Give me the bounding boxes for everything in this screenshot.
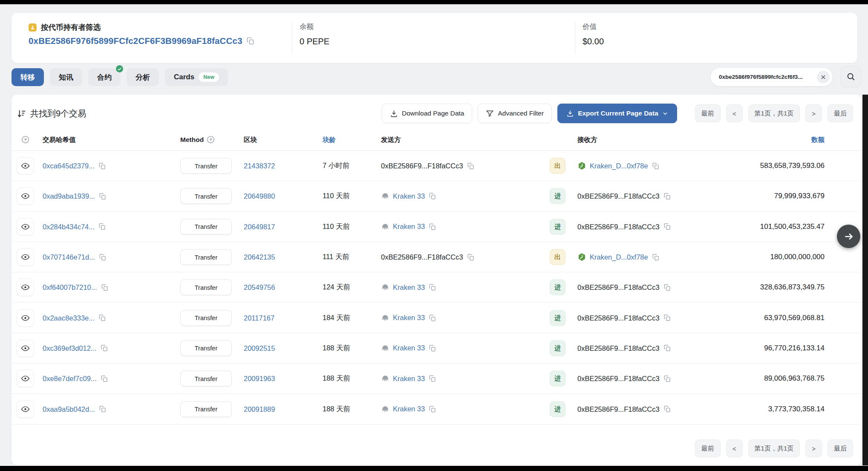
pagination-next-button[interactable]: > [805,104,822,122]
tx-hash-link[interactable]: 0x707146e71d... [43,253,95,261]
copy-icon[interactable] [663,223,671,231]
preview-transaction-button[interactable] [17,400,34,418]
preview-transaction-button[interactable] [17,309,34,327]
method-button[interactable]: Transfer [180,401,232,417]
block-link[interactable]: 20091963 [244,375,275,383]
method-button[interactable]: Transfer [180,219,232,234]
pagination-first-button[interactable]: 最前 [695,439,721,457]
copy-icon[interactable] [663,344,671,352]
from-entity-link[interactable]: Kraken 33 [393,222,425,231]
from-entity-link[interactable]: Kraken 33 [393,405,425,413]
pagination-prev-button[interactable]: < [726,104,743,122]
copy-icon[interactable] [429,223,436,231]
copy-icon[interactable] [101,283,109,291]
copy-icon[interactable] [663,314,671,322]
copy-icon[interactable] [429,344,436,352]
clear-search-button[interactable] [817,71,830,84]
preview-transaction-button[interactable] [17,279,34,296]
right-scrollbar[interactable] [862,95,868,465]
tab-cards[interactable]: Cards New [165,68,228,86]
pagination-last-button[interactable]: 最后 [828,104,853,122]
from-entity-link[interactable]: Kraken 33 [393,344,425,352]
copy-icon[interactable] [246,37,255,45]
search-filter-chip[interactable]: 0xbe2586f976f5899fcfc2cf6f3... [710,67,833,87]
method-button[interactable]: Transfer [180,280,232,295]
copy-icon[interactable] [98,314,106,322]
copy-icon[interactable] [652,253,660,261]
copy-icon[interactable] [99,192,107,200]
to-entity-link[interactable]: Kraken_D...0xf78e [590,253,648,261]
block-link[interactable]: 20117167 [244,314,274,322]
copy-icon[interactable] [101,375,108,382]
block-link[interactable]: 20549756 [244,283,275,292]
block-link[interactable]: 20649817 [244,222,275,231]
download-page-data-button[interactable]: Download Page Data [382,104,473,123]
help-icon[interactable]: ? [21,136,29,144]
copy-icon[interactable] [652,162,660,170]
block-link[interactable]: 20649880 [244,192,275,200]
holder-address-link[interactable]: 0xBE2586F976f5899FCfc2CF6F3B9969aF18faCC… [29,36,242,46]
block-link[interactable]: 21438372 [244,162,275,170]
pagination-first-button[interactable]: 最前 [695,104,721,122]
to-address-text: 0xBE2586F9...F18faCCc3 [577,405,660,413]
copy-icon[interactable] [467,253,475,261]
copy-icon[interactable] [98,162,106,170]
preview-transaction-button[interactable] [17,188,34,205]
copy-icon[interactable] [98,223,106,231]
method-button[interactable]: Transfer [180,249,232,265]
method-button[interactable]: Transfer [180,371,232,387]
search-button[interactable] [840,66,862,87]
copy-icon[interactable] [99,253,107,261]
tab-analytics[interactable]: 分析 [127,68,159,86]
advanced-filter-button[interactable]: Advanced Filter [478,104,552,123]
tx-hash-link[interactable]: 0xaa9a5b042d... [43,405,95,413]
from-entity-link[interactable]: Kraken 33 [393,192,425,200]
preview-transaction-button[interactable] [17,218,34,235]
copy-icon[interactable] [663,405,671,413]
copy-icon[interactable] [663,375,671,382]
copy-icon[interactable] [429,314,436,322]
preview-transaction-button[interactable] [17,249,34,266]
preview-transaction-button[interactable] [17,370,34,387]
copy-icon[interactable] [101,344,108,352]
help-icon[interactable]: ? [207,136,215,144]
tx-hash-link[interactable]: 0xad9aba1939... [43,192,95,200]
scroll-right-button[interactable] [837,225,860,248]
tx-hash-link[interactable]: 0xe8e7def7c09... [43,375,97,383]
tx-hash-link[interactable]: 0x284b434c74... [43,222,95,231]
tab-transfers[interactable]: 转移 [12,68,44,86]
tx-hash-link[interactable]: 0xc369ef3d012... [43,344,97,352]
tab-contract[interactable]: 合约 [88,68,121,86]
copy-icon[interactable] [429,283,436,291]
tx-hash-link[interactable]: 0xca645d2379... [43,162,95,170]
method-button[interactable]: Transfer [180,340,232,356]
copy-icon[interactable] [429,405,436,413]
preview-transaction-button[interactable] [17,157,34,175]
copy-icon[interactable] [429,192,436,200]
copy-icon[interactable] [429,375,436,382]
block-link[interactable]: 20642135 [244,253,275,261]
tx-hash-link[interactable]: 0xf64007b7210... [43,283,97,292]
from-entity-link[interactable]: Kraken 33 [393,283,425,292]
method-button[interactable]: Transfer [180,158,232,174]
pagination-next-button[interactable]: > [805,439,822,457]
export-current-page-button[interactable]: Export Current Page Data [557,104,677,123]
column-header-amount[interactable]: 数额 [811,136,825,144]
block-link[interactable]: 20092515 [244,344,275,352]
from-entity-link[interactable]: Kraken 33 [393,375,425,383]
from-entity-link[interactable]: Kraken 33 [393,314,425,322]
preview-transaction-button[interactable] [17,339,34,357]
tx-hash-link[interactable]: 0x2aac8e333e... [43,314,95,322]
method-button[interactable]: Transfer [180,188,232,204]
copy-icon[interactable] [99,405,107,413]
tab-news[interactable]: 知讯 [50,68,82,86]
block-link[interactable]: 20091889 [244,405,275,413]
copy-icon[interactable] [663,283,671,291]
copy-icon[interactable] [663,192,671,200]
column-header-age[interactable]: 块龄 [323,136,336,144]
to-entity-link[interactable]: Kraken_D...0xf78e [590,162,648,170]
pagination-prev-button[interactable]: < [726,439,743,457]
method-button[interactable]: Transfer [180,310,232,326]
pagination-last-button[interactable]: 最后 [828,439,853,457]
copy-icon[interactable] [467,162,475,170]
